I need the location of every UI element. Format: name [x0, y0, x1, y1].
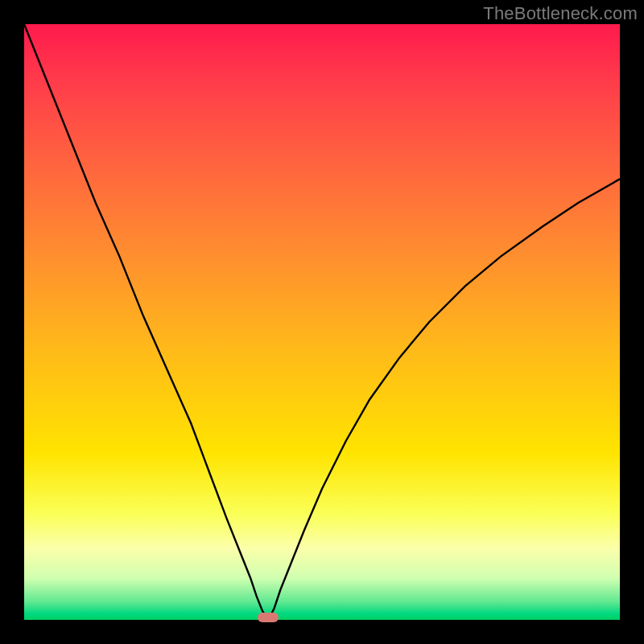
- chart-frame: TheBottleneck.com: [0, 0, 644, 644]
- optimum-marker: [258, 613, 279, 622]
- watermark-text: TheBottleneck.com: [483, 3, 638, 24]
- curve-left-branch: [24, 24, 268, 620]
- curve-right-branch: [268, 179, 620, 620]
- bottleneck-curve: [24, 24, 620, 620]
